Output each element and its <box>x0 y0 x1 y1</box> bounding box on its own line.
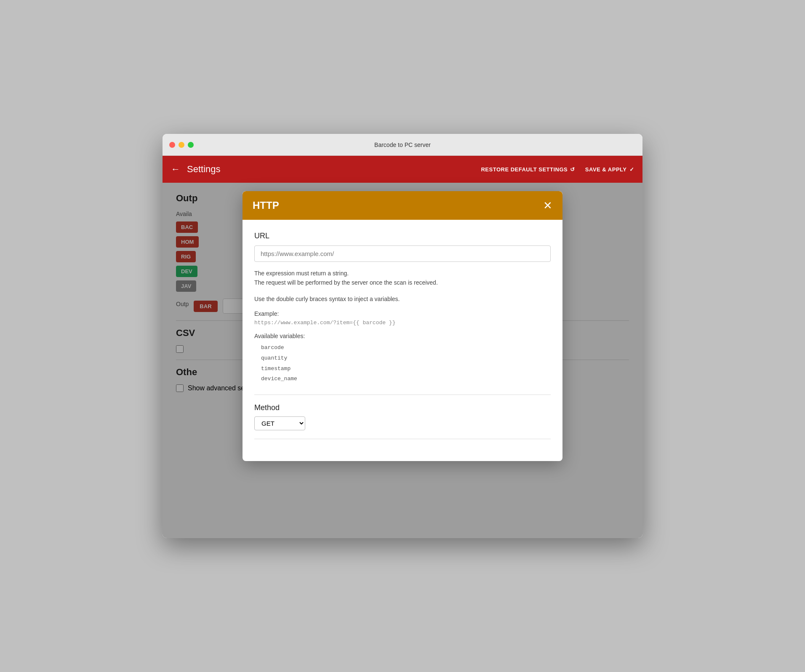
http-modal: HTTP ✕ URL The expression must return a … <box>243 191 562 461</box>
variable-barcode: barcode <box>261 343 551 353</box>
window-title: Barcode to PC server <box>374 141 431 148</box>
variable-timestamp: timestamp <box>261 364 551 374</box>
minimize-window-button[interactable] <box>179 142 184 148</box>
save-icon: ✓ <box>629 166 634 173</box>
save-label: SAVE & APPLY <box>585 166 627 173</box>
modal-body: URL The expression must return a string.… <box>243 220 562 461</box>
restore-label: RESTORE DEFAULT SETTINGS <box>481 166 568 173</box>
main-content: Outp Availa BAC HOM RIG DEV JAV Outp BAR… <box>163 183 642 538</box>
url-input[interactable] <box>254 245 551 262</box>
back-icon: ← <box>171 164 180 175</box>
modal-overlay: HTTP ✕ URL The expression must return a … <box>163 183 642 538</box>
close-window-button[interactable] <box>169 142 175 148</box>
restore-icon: ↺ <box>570 166 575 173</box>
maximize-window-button[interactable] <box>188 142 194 148</box>
method-select[interactable]: GET POST PUT DELETE <box>254 416 305 430</box>
modal-bottom-divider <box>254 439 551 439</box>
modal-divider <box>254 395 551 395</box>
app-window: Barcode to PC server ← Settings RESTORE … <box>163 134 642 538</box>
variables-label: Available variables: <box>254 333 551 339</box>
example-label: Example: <box>254 310 551 317</box>
restore-defaults-button[interactable]: RESTORE DEFAULT SETTINGS ↺ <box>481 166 575 173</box>
inject-description: Use the double curly braces syntax to in… <box>254 294 551 304</box>
modal-close-button[interactable]: ✕ <box>543 200 552 211</box>
description-line1: The expression must return a string. <box>254 270 349 277</box>
variable-quantity: quantity <box>261 353 551 364</box>
url-label: URL <box>254 232 551 240</box>
description-text: The expression must return a string. The… <box>254 269 551 288</box>
title-bar: Barcode to PC server <box>163 134 642 156</box>
back-button[interactable]: ← <box>171 164 180 175</box>
description-line2: The request will be performed by the ser… <box>254 279 438 286</box>
example-code: https://www.example.com/?item={{ barcode… <box>254 320 551 326</box>
variables-list: barcode quantity timestamp device_name <box>261 343 551 384</box>
app-header: ← Settings RESTORE DEFAULT SETTINGS ↺ SA… <box>163 156 642 183</box>
method-label: Method <box>254 403 551 412</box>
window-controls <box>169 142 194 148</box>
header-actions: RESTORE DEFAULT SETTINGS ↺ SAVE & APPLY … <box>481 166 634 173</box>
modal-title: HTTP <box>253 200 279 211</box>
close-icon: ✕ <box>543 200 552 211</box>
save-apply-button[interactable]: SAVE & APPLY ✓ <box>585 166 634 173</box>
settings-title: Settings <box>187 164 481 175</box>
variable-device-name: device_name <box>261 374 551 384</box>
modal-header: HTTP ✕ <box>243 191 562 220</box>
